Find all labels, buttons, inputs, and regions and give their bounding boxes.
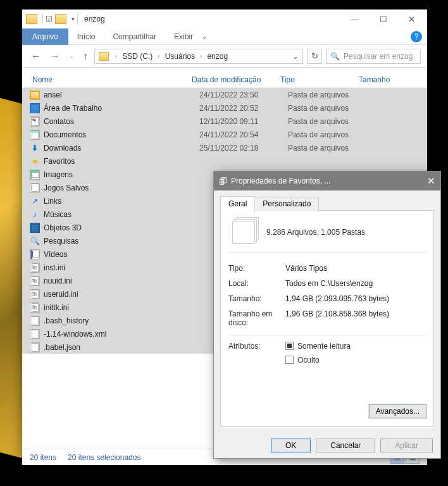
qat-checkbox-icon[interactable]: ☑ [46,15,53,23]
cancel-button[interactable]: Cancelar [316,439,375,452]
tab-general[interactable]: Geral [220,196,255,211]
advanced-button[interactable]: Avançados... [369,404,426,418]
desktop-icon [30,103,40,113]
video-icon [30,249,40,259]
file-date: 25/11/2022 02:18 [199,144,288,153]
help-icon[interactable]: ? [411,31,422,42]
file-type: Pasta de arquivos [288,144,366,153]
dialog-buttons: OK Cancelar Aplicar [214,433,440,458]
chevron-right-icon[interactable]: › [197,53,204,59]
column-size[interactable]: Tamanho [356,75,402,84]
close-button[interactable]: ✕ [397,9,426,28]
file-name: Objetos 3D [44,223,199,232]
file-name: useruid.ini [44,290,199,299]
files-stack-icon [232,221,255,244]
file-name: Imagens [44,170,199,179]
ribbon-tabs: Arquivo Início Compartilhar Exibir ⌄ ? [22,28,427,45]
dialog-tabs: Geral Personalizado [214,190,440,210]
list-item[interactable]: ansel24/11/2022 23:50Pasta de arquivos [22,88,427,101]
file-name: Jogos Salvos [44,184,199,192]
status-item-count: 20 itens [30,453,56,462]
list-item[interactable]: ★Favoritos [22,154,427,168]
file-name: .babel.json [44,343,199,352]
column-name[interactable]: Nome [30,75,189,84]
minimize-button[interactable]: — [340,9,369,28]
tab-custom[interactable]: Personalizado [254,197,319,211]
checkbox-readonly[interactable]: Somente leitura [285,342,351,351]
file-name: .bash_history [44,316,199,325]
value-size: 1,94 GB (2.093.095.763 bytes) [285,294,426,303]
separator [42,13,43,25]
folder-icon[interactable] [55,14,66,24]
checkbox-hidden[interactable]: Oculto [285,356,351,364]
list-item[interactable]: Contatos12/11/2020 09:11Pasta de arquivo… [22,115,427,128]
column-date[interactable]: Data de modificação [189,75,278,84]
file-type: Pasta de arquivos [288,117,366,126]
folder-icon [99,52,109,61]
file-icon [30,342,40,352]
folder-icon [30,90,40,100]
checkbox-icon [285,342,294,350]
list-item[interactable]: Documentos24/11/2022 20:54Pasta de arqui… [22,128,427,141]
file-name: Vídeos [44,250,199,259]
divider [228,335,426,335]
tab-view[interactable]: Exibir [165,28,202,45]
value-size-disk: 1,96 GB (2.108.858.368 bytes) [285,309,426,328]
breadcrumb-item[interactable]: enzog [204,52,230,61]
label-location: Local: [228,279,285,288]
file-type: Pasta de arquivos [288,130,366,139]
file-name: Músicas [44,210,199,219]
games-icon [30,183,40,193]
tab-home[interactable]: Início [68,28,104,45]
up-button[interactable]: ↑ [80,51,90,62]
ok-button[interactable]: OK [271,439,311,452]
dialog-panel: 9.286 Arquivos, 1.005 Pastas Tipo: Vário… [220,210,434,427]
file-name: Downloads [44,144,199,153]
ini-icon [30,263,40,273]
maximize-button[interactable]: ☐ [369,9,397,28]
file-date: 24/11/2022 20:52 [199,104,288,113]
breadcrumb-item[interactable]: SSD (C:) [120,52,155,61]
star-icon: ★ [30,156,40,166]
dialog-title-bar[interactable]: 🗐 Propriedades de Favoritos, ... ✕ [214,171,440,190]
column-headers: Nome Data de modificação Tipo Tamanho [22,72,427,88]
list-item[interactable]: ⬇Downloads25/11/2022 02:18Pasta de arqui… [22,141,427,154]
file-name: Favoritos [44,157,199,166]
img-icon [30,170,40,180]
ini-icon [30,302,40,313]
address-bar[interactable]: › SSD (C:) › Usuários › enzog ⌄ [94,49,303,64]
breadcrumb-item[interactable]: Usuários [163,52,197,61]
forward-button[interactable]: → [47,51,63,62]
back-button[interactable]: ← [28,51,44,62]
chevron-right-icon[interactable]: › [113,53,120,59]
summary-text: 9.286 Arquivos, 1.005 Pastas [266,228,365,237]
file-date: 24/11/2022 20:54 [199,130,288,139]
refresh-button[interactable]: ↻ [307,49,322,64]
list-item[interactable]: Área de Trabalho24/11/2022 20:52Pasta de… [22,101,427,115]
label-size: Tamanho: [228,294,285,303]
title-bar[interactable]: ☑ ▾ enzog — ☐ ✕ [22,9,427,28]
apply-button[interactable]: Aplicar [380,439,433,452]
label-size-disk: Tamanho em disco: [228,309,285,328]
file-name: nuuid.ini [44,277,199,285]
chevron-right-icon[interactable]: › [155,53,162,59]
properties-dialog: 🗐 Propriedades de Favoritos, ... ✕ Geral… [213,171,441,459]
address-dropdown-icon[interactable]: ⌄ [289,52,302,61]
chevron-down-icon[interactable]: ⌄ [202,33,207,40]
docs-icon [30,130,40,140]
search-input[interactable]: 🔍 Pesquisar em enzog [326,49,421,64]
file-name: inst.ini [44,263,199,272]
desktop-background [0,98,25,459]
checkbox-label: Oculto [297,356,320,364]
contacts-icon [30,116,40,127]
recent-dropdown-icon[interactable]: ⌄ [66,53,77,59]
tab-file[interactable]: Arquivo [22,28,68,45]
qat-dropdown-icon[interactable]: ▾ [72,16,75,22]
column-type[interactable]: Tipo [278,75,356,84]
tab-share[interactable]: Compartilhar [104,28,165,45]
search-icon: 🔍 [330,52,340,61]
label-attributes: Atributos: [228,342,285,351]
value-location: Todos em C:\Users\enzog [285,279,426,288]
file-date: 12/11/2020 09:11 [199,117,288,126]
close-icon[interactable]: ✕ [427,175,435,187]
